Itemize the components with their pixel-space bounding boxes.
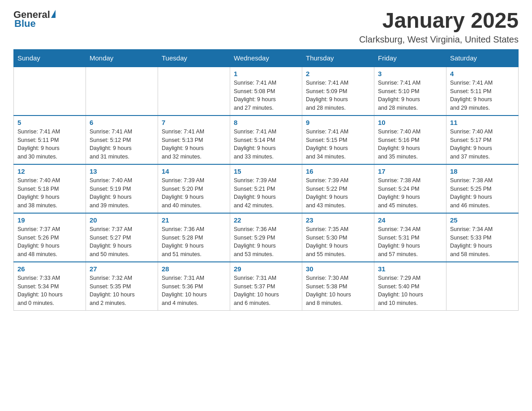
calendar-cell: 10Sunrise: 7:40 AMSunset: 5:16 PMDayligh… [374, 116, 446, 164]
day-info: Sunrise: 7:38 AMSunset: 5:25 PMDaylight:… [450, 176, 515, 210]
day-number: 28 [162, 265, 226, 273]
calendar-week-row-3: 12Sunrise: 7:40 AMSunset: 5:18 PMDayligh… [14, 164, 519, 213]
calendar-cell: 31Sunrise: 7:29 AMSunset: 5:40 PMDayligh… [374, 262, 446, 311]
day-info: Sunrise: 7:41 AMSunset: 5:11 PMDaylight:… [450, 79, 515, 112]
day-info: Sunrise: 7:41 AMSunset: 5:08 PMDaylight:… [234, 79, 298, 112]
day-info: Sunrise: 7:41 AMSunset: 5:15 PMDaylight:… [306, 128, 370, 161]
calendar-cell: 28Sunrise: 7:31 AMSunset: 5:36 PMDayligh… [158, 262, 230, 311]
day-number: 18 [450, 167, 515, 175]
day-info: Sunrise: 7:37 AMSunset: 5:27 PMDaylight:… [90, 225, 154, 259]
day-number: 10 [378, 119, 442, 126]
day-number: 31 [378, 265, 442, 273]
header-thursday: Thursday [302, 49, 374, 67]
day-number: 16 [306, 167, 370, 175]
day-info: Sunrise: 7:38 AMSunset: 5:24 PMDaylight:… [378, 176, 442, 210]
header-saturday: Saturday [446, 49, 519, 67]
day-info: Sunrise: 7:39 AMSunset: 5:20 PMDaylight:… [162, 176, 226, 210]
day-info: Sunrise: 7:36 AMSunset: 5:28 PMDaylight:… [162, 225, 226, 259]
day-number: 23 [306, 216, 370, 224]
logo-triangle-icon [51, 10, 56, 18]
calendar-cell: 1Sunrise: 7:41 AMSunset: 5:08 PMDaylight… [230, 67, 302, 116]
month-title: January 2025 [359, 9, 519, 33]
day-info: Sunrise: 7:39 AMSunset: 5:22 PMDaylight:… [306, 176, 370, 210]
calendar-cell: 26Sunrise: 7:33 AMSunset: 5:34 PMDayligh… [14, 262, 86, 311]
calendar-cell: 29Sunrise: 7:31 AMSunset: 5:37 PMDayligh… [230, 262, 302, 311]
day-number: 19 [17, 216, 82, 224]
calendar-cell: 3Sunrise: 7:41 AMSunset: 5:10 PMDaylight… [374, 67, 446, 116]
day-info: Sunrise: 7:37 AMSunset: 5:26 PMDaylight:… [17, 225, 82, 259]
day-number: 6 [90, 119, 154, 126]
calendar-cell [86, 67, 158, 116]
day-number: 9 [306, 119, 370, 126]
calendar-cell: 9Sunrise: 7:41 AMSunset: 5:15 PMDaylight… [302, 116, 374, 164]
calendar-cell: 2Sunrise: 7:41 AMSunset: 5:09 PMDaylight… [302, 67, 374, 116]
header-tuesday: Tuesday [158, 49, 230, 67]
calendar-cell: 19Sunrise: 7:37 AMSunset: 5:26 PMDayligh… [14, 213, 86, 262]
day-info: Sunrise: 7:31 AMSunset: 5:36 PMDaylight:… [162, 274, 226, 308]
calendar-cell: 24Sunrise: 7:34 AMSunset: 5:31 PMDayligh… [374, 213, 446, 262]
day-number: 24 [378, 216, 442, 224]
day-info: Sunrise: 7:41 AMSunset: 5:12 PMDaylight:… [90, 128, 154, 161]
day-info: Sunrise: 7:40 AMSunset: 5:16 PMDaylight:… [378, 128, 442, 161]
calendar-cell: 7Sunrise: 7:41 AMSunset: 5:13 PMDaylight… [158, 116, 230, 164]
calendar-cell: 14Sunrise: 7:39 AMSunset: 5:20 PMDayligh… [158, 164, 230, 213]
day-info: Sunrise: 7:33 AMSunset: 5:34 PMDaylight:… [17, 274, 82, 308]
day-number: 2 [306, 70, 370, 77]
day-number: 30 [306, 265, 370, 273]
calendar-cell: 8Sunrise: 7:41 AMSunset: 5:14 PMDaylight… [230, 116, 302, 164]
calendar-cell [14, 67, 86, 116]
day-info: Sunrise: 7:32 AMSunset: 5:35 PMDaylight:… [90, 274, 154, 308]
location-title: Clarksburg, West Virginia, United States [359, 34, 519, 45]
calendar-cell: 5Sunrise: 7:41 AMSunset: 5:11 PMDaylight… [14, 116, 86, 164]
day-info: Sunrise: 7:41 AMSunset: 5:10 PMDaylight:… [378, 79, 442, 112]
calendar-cell: 15Sunrise: 7:39 AMSunset: 5:21 PMDayligh… [230, 164, 302, 213]
day-info: Sunrise: 7:34 AMSunset: 5:33 PMDaylight:… [450, 225, 515, 259]
day-number: 25 [450, 216, 515, 224]
day-info: Sunrise: 7:40 AMSunset: 5:18 PMDaylight:… [17, 176, 82, 210]
calendar-cell: 20Sunrise: 7:37 AMSunset: 5:27 PMDayligh… [86, 213, 158, 262]
day-number: 8 [234, 119, 298, 126]
header-monday: Monday [86, 49, 158, 67]
day-number: 15 [234, 167, 298, 175]
calendar-cell: 13Sunrise: 7:40 AMSunset: 5:19 PMDayligh… [86, 164, 158, 213]
day-number: 13 [90, 167, 154, 175]
calendar-cell: 4Sunrise: 7:41 AMSunset: 5:11 PMDaylight… [446, 67, 519, 116]
day-info: Sunrise: 7:36 AMSunset: 5:29 PMDaylight:… [234, 225, 298, 259]
day-number: 20 [90, 216, 154, 224]
day-number: 4 [450, 70, 515, 77]
calendar-table: Sunday Monday Tuesday Wednesday Thursday… [13, 49, 519, 311]
day-number: 14 [162, 167, 226, 175]
day-info: Sunrise: 7:39 AMSunset: 5:21 PMDaylight:… [234, 176, 298, 210]
day-number: 21 [162, 216, 226, 224]
calendar-cell: 12Sunrise: 7:40 AMSunset: 5:18 PMDayligh… [14, 164, 86, 213]
day-number: 17 [378, 167, 442, 175]
header-wednesday: Wednesday [230, 49, 302, 67]
day-info: Sunrise: 7:41 AMSunset: 5:14 PMDaylight:… [234, 128, 298, 161]
page-header: General Blue January 2025 Clarksburg, We… [13, 9, 519, 45]
day-info: Sunrise: 7:35 AMSunset: 5:30 PMDaylight:… [306, 225, 370, 259]
day-info: Sunrise: 7:41 AMSunset: 5:11 PMDaylight:… [17, 128, 82, 161]
day-number: 29 [234, 265, 298, 273]
calendar-cell: 18Sunrise: 7:38 AMSunset: 5:25 PMDayligh… [446, 164, 519, 213]
calendar-cell: 27Sunrise: 7:32 AMSunset: 5:35 PMDayligh… [86, 262, 158, 311]
calendar-cell [446, 262, 519, 311]
logo: General Blue [13, 9, 56, 29]
calendar-cell: 23Sunrise: 7:35 AMSunset: 5:30 PMDayligh… [302, 213, 374, 262]
calendar-week-row-5: 26Sunrise: 7:33 AMSunset: 5:34 PMDayligh… [14, 262, 519, 311]
day-info: Sunrise: 7:40 AMSunset: 5:19 PMDaylight:… [90, 176, 154, 210]
day-number: 22 [234, 216, 298, 224]
calendar-week-row-1: 1Sunrise: 7:41 AMSunset: 5:08 PMDaylight… [14, 67, 519, 116]
calendar-cell: 17Sunrise: 7:38 AMSunset: 5:24 PMDayligh… [374, 164, 446, 213]
header-sunday: Sunday [14, 49, 86, 67]
header-friday: Friday [374, 49, 446, 67]
logo-blue-text: Blue [13, 19, 36, 29]
calendar-week-row-2: 5Sunrise: 7:41 AMSunset: 5:11 PMDaylight… [14, 116, 519, 164]
day-info: Sunrise: 7:30 AMSunset: 5:38 PMDaylight:… [306, 274, 370, 308]
calendar-cell [158, 67, 230, 116]
calendar-cell: 25Sunrise: 7:34 AMSunset: 5:33 PMDayligh… [446, 213, 519, 262]
calendar-cell: 30Sunrise: 7:30 AMSunset: 5:38 PMDayligh… [302, 262, 374, 311]
day-number: 5 [17, 119, 82, 126]
day-info: Sunrise: 7:40 AMSunset: 5:17 PMDaylight:… [450, 128, 515, 161]
calendar-cell: 16Sunrise: 7:39 AMSunset: 5:22 PMDayligh… [302, 164, 374, 213]
day-info: Sunrise: 7:41 AMSunset: 5:13 PMDaylight:… [162, 128, 226, 161]
